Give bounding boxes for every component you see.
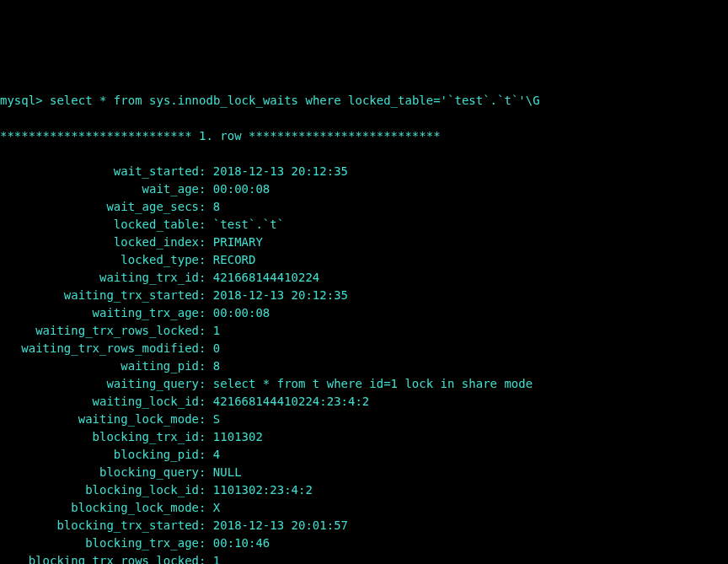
prompt: mysql>	[0, 94, 50, 107]
field-row: waiting_trx_rows_modified: 0	[0, 340, 728, 357]
query-line: mysql> select * from sys.innodb_lock_wai…	[0, 92, 728, 110]
field-row: blocking_trx_id: 1101302	[0, 428, 728, 446]
field-row: locked_index: PRIMARY	[0, 234, 728, 251]
field-row: waiting_trx_id: 421668144410224	[0, 269, 728, 287]
result-fields: wait_started: 2018-12-13 20:12:35 wait_a…	[0, 163, 728, 564]
field-row: blocking_lock_mode: X	[0, 499, 728, 517]
field-row: blocking_trx_started: 2018-12-13 20:01:5…	[0, 517, 728, 534]
field-row: wait_age_secs: 8	[0, 198, 728, 216]
field-row: waiting_trx_started: 2018-12-13 20:12:35	[0, 287, 728, 304]
field-row: blocking_query: NULL	[0, 464, 728, 481]
field-row: waiting_query: select * from t where id=…	[0, 375, 728, 393]
mysql-terminal[interactable]: mysql> select * from sys.innodb_lock_wai…	[0, 74, 728, 564]
field-row: wait_age: 00:00:08	[0, 180, 728, 198]
row-separator: *************************** 1. row *****…	[0, 127, 728, 145]
field-row: waiting_lock_mode: S	[0, 411, 728, 428]
field-row: blocking_pid: 4	[0, 446, 728, 464]
field-row: blocking_trx_age: 00:10:46	[0, 534, 728, 552]
field-row: blocking_lock_id: 1101302:23:4:2	[0, 481, 728, 499]
field-row: wait_started: 2018-12-13 20:12:35	[0, 163, 728, 180]
field-row: waiting_lock_id: 421668144410224:23:4:2	[0, 393, 728, 411]
field-row: waiting_pid: 8	[0, 357, 728, 375]
field-row: locked_type: RECORD	[0, 251, 728, 269]
field-row: blocking_trx_rows_locked: 1	[0, 552, 728, 564]
sql-query: select * from sys.innodb_lock_waits wher…	[50, 94, 540, 107]
field-row: waiting_trx_rows_locked: 1	[0, 322, 728, 340]
field-row: waiting_trx_age: 00:00:08	[0, 304, 728, 322]
field-row: locked_table: `test`.`t`	[0, 216, 728, 234]
